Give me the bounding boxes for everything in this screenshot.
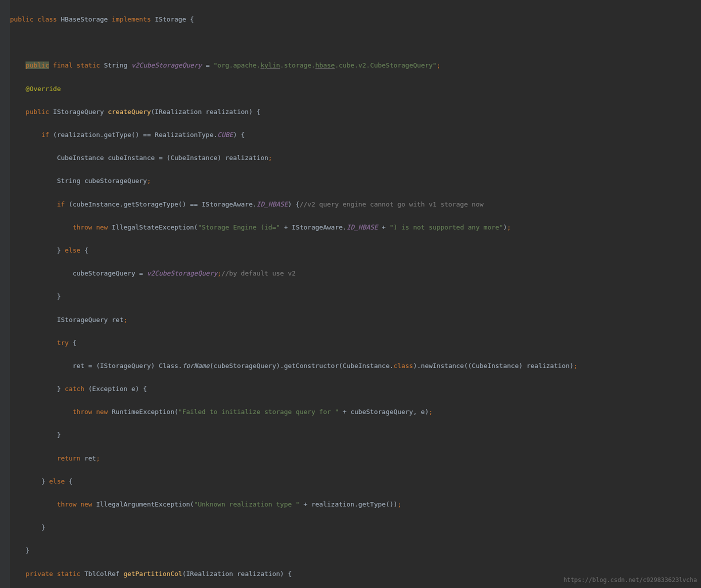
code-line: if (realization.getType() == Realization… — [10, 129, 701, 140]
watermark: https://blog.csdn.net/c929833623lvcha — [564, 574, 697, 586]
code-line: } — [10, 544, 701, 556]
code-line: public IStorageQuery createQuery(IRealiz… — [10, 106, 701, 118]
code-line: throw new IllegalArgumentException("Unkn… — [10, 498, 701, 510]
code-line: public class HBaseStorage implements ISt… — [10, 14, 701, 25]
code-line: try { — [10, 337, 701, 348]
code-editor[interactable]: public class HBaseStorage implements ISt… — [10, 2, 701, 588]
code-line: } — [10, 429, 701, 440]
code-line: return ret; — [10, 452, 701, 464]
code-line: } else { — [10, 476, 701, 487]
code-line — [10, 36, 701, 48]
code-line: if (cubeInstance.getStorageType() == ISt… — [10, 198, 701, 210]
code-line: throw new IllegalStateException("Storage… — [10, 222, 701, 233]
code-line: cubeStorageQuery = v2CubeStorageQuery;//… — [10, 268, 701, 279]
code-line: IStorageQuery ret; — [10, 314, 701, 326]
code-line: public final static String v2CubeStorage… — [10, 60, 701, 71]
gutter — [0, 0, 10, 588]
code-line: @Override — [10, 83, 701, 94]
code-line: } catch (Exception e) { — [10, 383, 701, 394]
code-line: String cubeStorageQuery; — [10, 175, 701, 186]
code-line: ret = (IStorageQuery) Class.forName(cube… — [10, 360, 701, 372]
code-line: } — [10, 290, 701, 302]
code-line: throw new RuntimeException("Failed to in… — [10, 406, 701, 418]
code-line: CubeInstance cubeInstance = (CubeInstanc… — [10, 152, 701, 164]
code-line: } — [10, 522, 701, 533]
code-line: } else { — [10, 244, 701, 256]
